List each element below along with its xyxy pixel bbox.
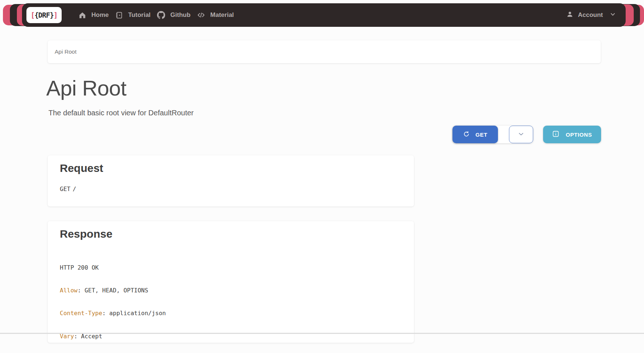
response-heading: Response <box>60 228 112 240</box>
nav-item-github[interactable]: Github <box>157 11 190 19</box>
header-name: Allow <box>60 287 77 294</box>
options-button[interactable]: OPTIONS <box>543 126 601 143</box>
header-sep: : <box>77 287 84 294</box>
page-title: Api Root <box>46 76 126 100</box>
nav-item-home[interactable]: Home <box>79 11 109 19</box>
page-subtitle: The default basic root view for DefaultR… <box>48 109 194 117</box>
request-line: GET/ <box>60 185 76 192</box>
status-line: HTTP 200 OK <box>60 264 251 272</box>
options-button-label: OPTIONS <box>566 132 592 138</box>
breadcrumb-current[interactable]: Api Root <box>55 48 76 55</box>
refresh-icon <box>463 131 470 138</box>
home-icon <box>79 11 86 19</box>
account-menu[interactable]: Account <box>566 11 616 20</box>
nav-links: Home Tutorial Github <box>79 11 234 19</box>
header-value: GET, HEAD, OPTIONS <box>84 287 148 294</box>
response-card: Response HTTP 200 OK Allow: GET, HEAD, O… <box>48 221 414 343</box>
get-button[interactable]: GET <box>452 126 498 143</box>
header-value: application/json <box>109 310 166 317</box>
breadcrumb: Api Root <box>48 40 601 63</box>
tutorial-icon <box>115 11 123 19</box>
drf-logo[interactable]: [{DRF}] <box>26 7 62 23</box>
info-icon <box>552 130 559 138</box>
navbar-area: [{DRF}] Home Tutor <box>0 0 644 30</box>
nav-item-label: Home <box>91 11 109 19</box>
request-card: Request GET/ <box>48 155 414 206</box>
navbar: [{DRF}] Home Tutor <box>22 3 626 27</box>
nav-item-tutorial[interactable]: Tutorial <box>115 11 150 19</box>
get-button-group: GET <box>452 126 533 143</box>
logo-text: {DRF} <box>34 11 54 19</box>
code-icon <box>197 11 205 19</box>
person-icon <box>566 11 574 20</box>
chevron-down-icon <box>610 11 616 19</box>
nav-item-material[interactable]: Material <box>197 11 234 19</box>
get-dropdown-toggle[interactable] <box>509 126 533 143</box>
header-sep: : <box>102 310 109 317</box>
nav-item-label: Github <box>170 11 190 19</box>
request-heading: Request <box>60 162 103 174</box>
request-path: / <box>73 185 76 192</box>
response-header-line: Allow: GET, HEAD, OPTIONS <box>60 287 251 295</box>
header-name: Content-Type <box>60 310 102 317</box>
nav-item-label: Material <box>210 11 234 19</box>
response-body: HTTP 200 OK Allow: GET, HEAD, OPTIONS Co… <box>60 249 251 353</box>
logo-bracket-right: ] <box>54 11 57 19</box>
chevron-down-icon <box>517 130 525 139</box>
github-icon <box>157 11 165 19</box>
response-header-line: Content-Type: application/json <box>60 310 251 317</box>
request-method: GET <box>60 185 70 192</box>
nav-item-label: Tutorial <box>128 11 150 19</box>
logo-bracket-left: [ <box>30 11 34 19</box>
account-label: Account <box>578 11 603 19</box>
horizontal-divider <box>0 333 644 334</box>
get-button-label: GET <box>476 132 488 138</box>
